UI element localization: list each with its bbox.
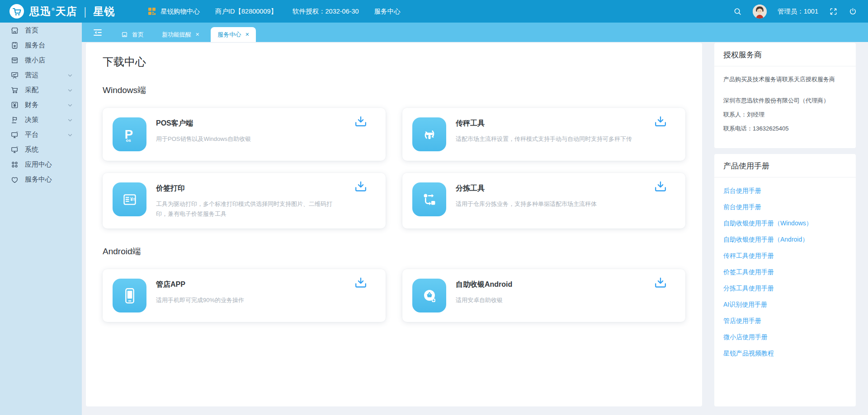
- fullscreen-icon[interactable]: [829, 7, 838, 16]
- download-button-pos-client[interactable]: [354, 116, 368, 127]
- topbar-menu-merchant-id[interactable]: 商户ID【82800009】: [215, 7, 277, 16]
- sidebar-item-decision[interactable]: 决策: [0, 112, 82, 127]
- phone-icon: [119, 285, 140, 306]
- topbar-menu-service-center[interactable]: 服务中心: [374, 7, 401, 16]
- aside: 授权服务商 产品购买及技术服务请联系天店授权服务商 深圳市思迅软件股份有限公司（…: [714, 43, 856, 406]
- provider-company: 深圳市思迅软件股份有限公司（代理商）: [723, 93, 847, 107]
- download-card-store-app: 管店APP适用手机即可完成90%的业务操作: [103, 269, 386, 322]
- sidebar-item-app-center[interactable]: 应用中心: [0, 157, 82, 172]
- scale-sync-icon: [419, 124, 440, 145]
- section-heading: Android端: [103, 246, 685, 257]
- card-title: 自助收银Android: [456, 280, 542, 289]
- sidebar-item-label: 应用中心: [25, 160, 52, 169]
- card-description: 用于POS销售以及Windows自助收银: [156, 134, 290, 144]
- sidebar-item-service-desk[interactable]: 服务台: [0, 38, 82, 53]
- chevron-down-icon: [67, 132, 73, 138]
- download-center-panel: 下载中心 Windows端PosPOS客户端用于POS销售以及Windows自助…: [86, 43, 702, 406]
- system-icon: [10, 145, 19, 154]
- manual-link-9[interactable]: 管店使用手册: [723, 313, 847, 329]
- content: 首页新功能提醒✕服务中心✕ 下载中心 Windows端PosPOS客户端用于PO…: [82, 23, 868, 415]
- topbar-menu-license[interactable]: 软件授权：2032-06-30: [292, 7, 359, 16]
- manuals-panel: 产品使用手册 后台使用手册前台使用手册自助收银使用手册（Windows）自助收银…: [714, 154, 856, 407]
- card-title: POS客户端: [156, 119, 290, 128]
- price-tag-print-icon: ¥=: [119, 189, 140, 210]
- manuals-list: 后台使用手册前台使用手册自助收银使用手册（Windows）自助收银使用手册（An…: [714, 177, 856, 375]
- topbar-menu: 星锐购物中心商户ID【82800009】软件授权：2032-06-30服务中心: [147, 7, 401, 16]
- manual-link-7[interactable]: 分拣工具使用手册: [723, 280, 847, 297]
- card-title: 价签打印: [156, 184, 376, 193]
- sidebar-item-operations[interactable]: 营运: [0, 68, 82, 83]
- brand-separator: ｜: [80, 5, 91, 19]
- page-title: 下载中心: [103, 55, 685, 69]
- service-heart-icon: [10, 175, 19, 184]
- provider-contact: 联系人：刘经理: [723, 107, 847, 121]
- pos-icon: Pos: [119, 124, 140, 145]
- power-icon[interactable]: [849, 7, 857, 16]
- manual-link-10[interactable]: 微小店使用手册: [723, 329, 847, 345]
- manual-link-8[interactable]: AI识别使用手册: [723, 297, 847, 313]
- card-title: 管店APP: [156, 280, 283, 289]
- tab-new-features[interactable]: 新功能提醒✕: [155, 27, 206, 42]
- tab-home[interactable]: 首页: [114, 27, 151, 42]
- download-card-price-tag-print: ¥=价签打印工具为驱动打印，多个标准打印模式供选择同时支持图片、二维码打印，兼有…: [103, 173, 386, 228]
- app-tile: [412, 117, 446, 151]
- topbar-menu-label: 商户ID【82800009】: [215, 7, 277, 16]
- download-button-self-checkout-android[interactable]: [654, 277, 667, 288]
- section-android: Android端管店APP适用手机即可完成90%的业务操作自助收银Android…: [103, 246, 685, 322]
- admin-label[interactable]: 管理员：1001: [778, 7, 818, 16]
- manual-link-4[interactable]: 自助收银使用手册（Android）: [723, 232, 847, 248]
- download-card-pos-client: PosPOS客户端用于POS销售以及Windows自助收银: [103, 108, 386, 161]
- sidebar-item-procurement[interactable]: 采配: [0, 83, 82, 98]
- manual-link-3[interactable]: 自助收银使用手册（Windows）: [723, 215, 847, 232]
- sidebar-item-label: 微小店: [25, 56, 45, 65]
- sidebar-item-system[interactable]: 系统: [0, 142, 82, 157]
- sidebar-item-label: 服务台: [25, 41, 45, 50]
- sidebar-item-micro-store[interactable]: 微小店: [0, 53, 82, 68]
- manual-link-11[interactable]: 星锐产品视频教程: [723, 345, 847, 362]
- download-icon: [354, 277, 368, 288]
- sidebar-item-service-center[interactable]: 服务中心: [0, 172, 82, 187]
- manual-link-5[interactable]: 传秤工具使用手册: [723, 248, 847, 264]
- service-desk-icon: [10, 41, 19, 50]
- manual-link-6[interactable]: 价签工具使用手册: [723, 264, 847, 280]
- card-body: 分拣工具适用于仓库分拣业务，支持多种单据适配市场主流秤体: [456, 182, 636, 219]
- sidebar-item-home[interactable]: 首页: [0, 23, 82, 38]
- download-button-price-tag-print[interactable]: [354, 181, 368, 192]
- close-icon[interactable]: ✕: [195, 32, 199, 37]
- tab-service-center[interactable]: 服务中心✕: [211, 27, 256, 42]
- chevron-down-icon: [67, 88, 73, 93]
- download-button-store-app[interactable]: [354, 277, 368, 288]
- download-button-scale-tool[interactable]: [654, 116, 667, 127]
- manuals-title: 产品使用手册: [714, 154, 856, 177]
- app-tile: Pos: [113, 117, 146, 151]
- self-checkout-icon: [419, 285, 440, 306]
- sidebar-item-finance[interactable]: 财务: [0, 98, 82, 112]
- collapse-sidebar-icon[interactable]: [93, 28, 103, 37]
- sidebar-item-platform[interactable]: 平台: [0, 127, 82, 142]
- provider-body: 产品购买及技术服务请联系天店授权服务商 深圳市思迅软件股份有限公司（代理商） 联…: [714, 66, 856, 148]
- topbar-menu-mall[interactable]: 星锐购物中心: [147, 7, 200, 16]
- provider-note: 产品购买及技术服务请联系天店授权服务商: [723, 75, 847, 84]
- micro-store-icon: [10, 56, 19, 65]
- close-icon[interactable]: ✕: [245, 32, 249, 37]
- home-tab-icon: [121, 31, 128, 38]
- card-description: 适用手机即可完成90%的业务操作: [156, 295, 283, 305]
- search-icon[interactable]: [733, 7, 742, 16]
- app-tile: [412, 182, 446, 216]
- card-body: POS客户端用于POS销售以及Windows自助收银: [156, 117, 290, 151]
- card-description: 适配市场主流秤设置，传秤模式支持手动与自动同时支持可多秤下传: [456, 134, 671, 144]
- brand[interactable]: 思迅®天店｜星锐: [9, 4, 137, 19]
- topbar-right: 管理员：1001: [733, 5, 857, 19]
- download-icon: [354, 116, 368, 127]
- sidebar-menu: 首页服务台微小店营运采配财务决策平台系统应用中心服务中心: [0, 23, 82, 415]
- manual-link-1[interactable]: 后台使用手册: [723, 183, 847, 199]
- card-body: 自助收银Android适用安卓自助收银: [456, 279, 542, 312]
- sidebar-item-label: 财务: [25, 101, 38, 109]
- manual-link-2[interactable]: 前台使用手册: [723, 199, 847, 215]
- download-button-sorting-tool[interactable]: [654, 181, 667, 192]
- gold-apps-icon: [147, 7, 156, 16]
- avatar[interactable]: [753, 5, 767, 19]
- cards-grid: PosPOS客户端用于POS销售以及Windows自助收银传秤工具适配市场主流秤…: [103, 108, 685, 228]
- finance-icon: [10, 101, 19, 109]
- card-body: 管店APP适用手机即可完成90%的业务操作: [156, 279, 283, 312]
